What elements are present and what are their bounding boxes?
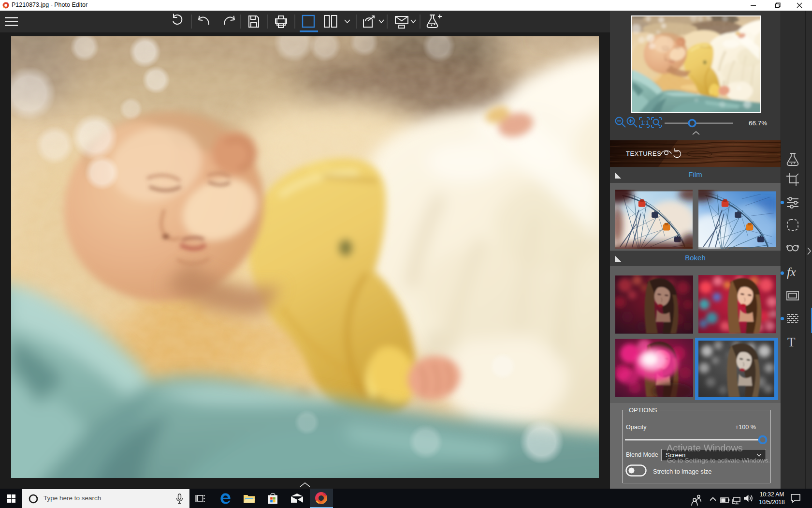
svg-text:T: T bbox=[787, 335, 796, 349]
svg-text:TEXTURES: TEXTURES bbox=[626, 150, 661, 157]
svg-text:1:1: 1:1 bbox=[641, 120, 649, 126]
svg-text:66.7%: 66.7% bbox=[749, 120, 767, 127]
svg-text:fx: fx bbox=[787, 265, 796, 279]
